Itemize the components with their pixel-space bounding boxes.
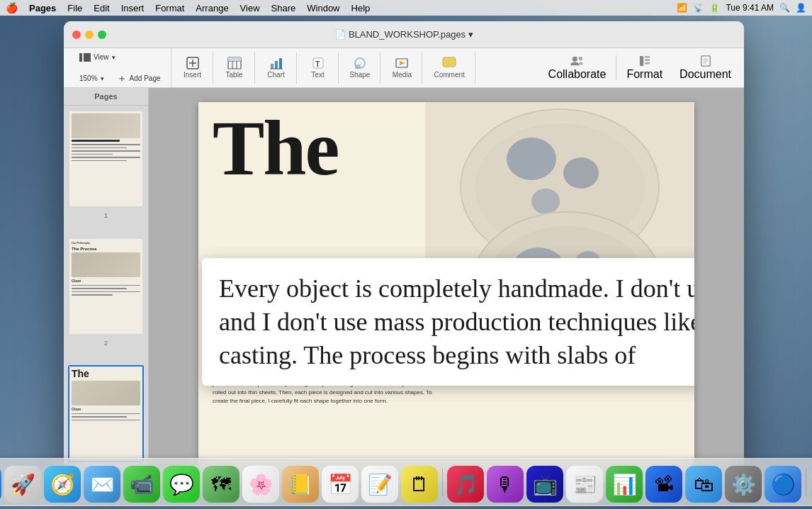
dock-music[interactable]: 🎵: [447, 466, 484, 503]
view-button[interactable]: View ▾: [74, 47, 121, 67]
page-thumbnail-wrapper-3: The Glaze 3: [64, 361, 148, 474]
svg-point-23: [579, 56, 582, 60]
page-thumbnail-wrapper-2: Our Philosophy The Process Glaze 2: [64, 233, 148, 347]
canvas-area: The: [149, 88, 744, 482]
menubar-arrange[interactable]: Arrange: [190, 0, 234, 16]
dock-notes[interactable]: 🗒: [401, 466, 438, 503]
svg-rect-0: [79, 53, 82, 62]
comment-button[interactable]: Comment: [428, 52, 470, 84]
collaborate-button[interactable]: Collaborate: [541, 52, 614, 84]
svg-rect-17: [355, 65, 361, 69]
text-button[interactable]: T Text: [303, 52, 334, 84]
menubar-help[interactable]: Help: [346, 0, 376, 16]
document-label: Document: [680, 68, 731, 81]
menubar-edit[interactable]: Edit: [88, 0, 115, 16]
traffic-lights: [72, 30, 106, 39]
dock-systemprefs[interactable]: ⚙️: [725, 466, 762, 503]
svg-rect-1: [84, 53, 91, 62]
toolbar-media-group: Media: [382, 52, 422, 84]
pages-doc-icon: 📄: [334, 29, 346, 40]
format-panel-button[interactable]: Format: [619, 52, 670, 84]
dock-reminders[interactable]: 📝: [361, 466, 398, 503]
insert-button[interactable]: Insert: [177, 52, 208, 84]
dock-mail[interactable]: ✉️: [84, 466, 120, 503]
media-button[interactable]: Media: [386, 52, 417, 84]
document-page[interactable]: The: [198, 102, 694, 482]
table-label: Table: [226, 71, 243, 79]
close-button[interactable]: [72, 30, 81, 39]
insert-icon: [186, 57, 199, 69]
sidebar-header: Pages: [64, 88, 148, 106]
svg-rect-11: [275, 61, 278, 69]
dock-news[interactable]: 📰: [566, 466, 603, 503]
title-chevron-icon[interactable]: ▾: [468, 29, 473, 40]
toolbar-table-group: Table: [215, 52, 255, 84]
document-panel-button[interactable]: Document: [672, 52, 738, 84]
shape-button[interactable]: Shape: [344, 52, 376, 84]
dock-separator: [442, 468, 443, 496]
svg-point-35: [507, 138, 556, 180]
page-thumbnail-1[interactable]: [68, 110, 144, 208]
svg-rect-12: [279, 58, 282, 69]
shape-label: Shape: [350, 71, 371, 79]
dock-messages[interactable]: 💬: [163, 466, 200, 503]
spotlight-icon[interactable]: 🔍: [779, 3, 790, 13]
menubar-insert[interactable]: Insert: [115, 0, 150, 16]
dock-facetime[interactable]: 📹: [123, 466, 160, 503]
svg-rect-25: [645, 55, 650, 57]
menubar-view[interactable]: View: [235, 0, 266, 16]
dock-podcasts[interactable]: 🎙: [487, 466, 524, 503]
minimize-button[interactable]: [85, 30, 94, 39]
toolbar-comment-group: Comment: [424, 52, 475, 84]
wifi-icon: 📶: [677, 3, 687, 13]
dock-calendar[interactable]: 📅: [322, 466, 359, 503]
svg-point-37: [531, 189, 560, 214]
menubar-share[interactable]: Share: [266, 0, 302, 16]
dock-appstore[interactable]: 🛍: [685, 466, 722, 503]
page-1-preview: [69, 111, 142, 206]
page-thumbnail-3[interactable]: The Glaze: [68, 365, 144, 463]
dock-photos[interactable]: 🌸: [242, 466, 279, 503]
dock-numbers[interactable]: 📊: [606, 466, 643, 503]
svg-text:T: T: [315, 60, 320, 68]
chart-icon: [269, 57, 283, 69]
format-label: Format: [626, 68, 662, 81]
svg-point-22: [573, 56, 577, 61]
dock-keynote[interactable]: 📽: [645, 466, 682, 503]
svg-rect-10: [271, 64, 274, 69]
dock-finder[interactable]: 🗂: [0, 466, 1, 503]
menubar-file[interactable]: File: [62, 0, 88, 16]
dock-maps[interactable]: 🗺: [203, 466, 239, 503]
text-tooltip-popup[interactable]: Every object is completely handmade. I d…: [202, 258, 694, 386]
dock-finder2[interactable]: 🔵: [765, 466, 801, 503]
view-chevron: ▾: [112, 54, 115, 61]
airdrop-icon: 📡: [693, 3, 704, 13]
menubar-right: 📶 📡 🔋 Tue 9:41 AM 🔍 👤: [677, 3, 806, 13]
apple-menu-icon[interactable]: 🍎: [6, 2, 18, 13]
toolbar-divider: [616, 55, 616, 81]
dock-tv[interactable]: 📺: [526, 466, 563, 503]
chart-button[interactable]: Chart: [261, 52, 292, 84]
menubar-time: Tue 9:41 AM: [726, 3, 774, 13]
svg-marker-19: [400, 61, 405, 65]
zoom-button[interactable]: 150% ▾: [74, 69, 110, 89]
table-icon: [227, 57, 242, 69]
maximize-button[interactable]: [98, 30, 106, 39]
svg-rect-24: [640, 55, 643, 65]
toolbar-insert-group: Insert: [173, 52, 213, 84]
add-page-button[interactable]: ＋ Add Page: [111, 69, 167, 89]
insert-label: Insert: [184, 71, 201, 79]
dock-safari[interactable]: 🧭: [44, 466, 81, 503]
menubar-window[interactable]: Window: [301, 0, 345, 16]
tooltip-content: Every object is completely handmade. I d…: [219, 272, 694, 371]
toolbar-view-group: View ▾ 150% ▾ ＋ Add Page: [69, 47, 171, 89]
menubar-pages[interactable]: Pages: [23, 0, 62, 16]
page-thumbnail-2[interactable]: Our Philosophy The Process Glaze: [68, 237, 144, 335]
document-title: BLAND_WORKSHOP.pages: [349, 29, 466, 40]
collaborate-icon: [569, 55, 585, 67]
user-icon[interactable]: 👤: [796, 3, 806, 13]
dock-contacts[interactable]: 📒: [282, 466, 319, 503]
menubar-format[interactable]: Format: [150, 0, 190, 16]
dock-launchpad[interactable]: 🚀: [4, 466, 41, 503]
table-button[interactable]: Table: [219, 52, 250, 84]
